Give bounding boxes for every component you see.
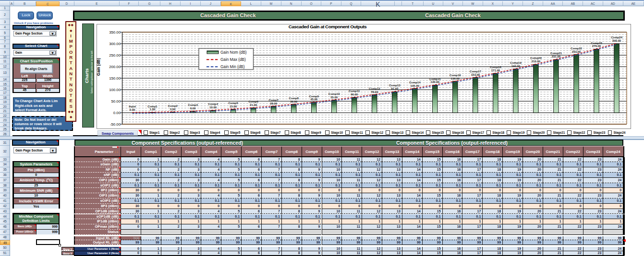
svg-text:153.00: 153.00 xyxy=(471,73,480,76)
svg-text:Comp20: Comp20 xyxy=(530,57,542,59)
svg-text:171.00: 171.00 xyxy=(491,69,500,71)
svg-text:Comp5: Comp5 xyxy=(228,101,238,104)
svg-text:36.00: 36.00 xyxy=(290,100,298,103)
svg-text:150.00: 150.00 xyxy=(109,76,121,80)
svg-text:21.00: 21.00 xyxy=(250,103,257,106)
svg-text:250.00: 250.00 xyxy=(109,53,121,57)
svg-text:Comp2: Comp2 xyxy=(168,104,178,107)
svg-text:66.00: 66.00 xyxy=(351,93,358,96)
svg-text:Comp19: Comp19 xyxy=(510,61,522,64)
svg-text:Gain Nom (dB): Gain Nom (dB) xyxy=(220,50,247,54)
svg-text:Comp21: Comp21 xyxy=(550,52,562,55)
svg-text:190.00: 190.00 xyxy=(511,64,521,67)
svg-text:55.00: 55.00 xyxy=(330,95,338,98)
svg-text:105.00: 105.00 xyxy=(411,84,420,87)
svg-text:Comp8: Comp8 xyxy=(289,96,299,99)
svg-text:Cascaded Gain at Component Out: Cascaded Gain at Component Outputs xyxy=(289,24,367,29)
svg-text:Comp17: Comp17 xyxy=(470,70,481,72)
svg-text:10.00: 10.00 xyxy=(209,106,217,109)
svg-text:210.00: 210.00 xyxy=(532,60,541,63)
svg-text:1.00: 1.00 xyxy=(150,108,156,111)
svg-text:Comp11: Comp11 xyxy=(349,90,360,93)
svg-text:200.00: 200.00 xyxy=(109,64,121,69)
svg-text:28.00: 28.00 xyxy=(270,102,278,105)
svg-text:Comp23: Comp23 xyxy=(591,41,602,44)
svg-text:100.00: 100.00 xyxy=(109,87,121,92)
svg-text:45.00: 45.00 xyxy=(310,98,318,101)
svg-text:0.00: 0.00 xyxy=(113,110,121,115)
svg-text:Gain Max (dB): Gain Max (dB) xyxy=(220,57,246,61)
svg-text:3.00: 3.00 xyxy=(170,107,176,110)
svg-text:Gain Min (dB): Gain Min (dB) xyxy=(220,64,245,69)
svg-text:Gain (dB): Gain (dB) xyxy=(97,58,101,75)
svg-text:231.00: 231.00 xyxy=(552,55,561,58)
svg-text:Comp12: Comp12 xyxy=(369,87,380,90)
svg-text:Comp6: Comp6 xyxy=(248,100,258,103)
svg-text:Comp4: Comp4 xyxy=(208,103,218,105)
svg-text:Comp10: Comp10 xyxy=(328,92,340,95)
svg-text:-50.00: -50.00 xyxy=(110,122,121,126)
svg-text:Comp9: Comp9 xyxy=(309,94,319,97)
svg-text:Comp18: Comp18 xyxy=(490,66,501,69)
svg-text:6.00: 6.00 xyxy=(190,107,196,110)
svg-text:Input: Input xyxy=(129,105,136,108)
svg-text:Comp22: Comp22 xyxy=(571,47,582,49)
svg-text:350.00: 350.00 xyxy=(109,30,121,34)
svg-text:Comp3: Comp3 xyxy=(188,104,198,106)
svg-text:276.00: 276.00 xyxy=(592,45,601,47)
svg-text:91.00: 91.00 xyxy=(391,87,399,90)
svg-text:Comp1: Comp1 xyxy=(147,105,158,107)
svg-text:Comp7: Comp7 xyxy=(269,98,279,101)
svg-text:0.00: 0.00 xyxy=(130,108,135,111)
svg-text:136.00: 136.00 xyxy=(451,77,460,80)
svg-text:50.00: 50.00 xyxy=(111,99,121,103)
svg-text:78.00: 78.00 xyxy=(371,90,378,93)
svg-text:Comp13: Comp13 xyxy=(389,84,401,87)
svg-text:15.00: 15.00 xyxy=(230,105,237,107)
svg-text:Comp15: Comp15 xyxy=(429,77,441,80)
svg-text:Comp24: Comp24 xyxy=(611,36,622,39)
svg-text:Comp14: Comp14 xyxy=(409,81,421,83)
svg-text:300.00: 300.00 xyxy=(109,41,121,46)
svg-text:120.00: 120.00 xyxy=(431,81,440,83)
svg-text:Comp16: Comp16 xyxy=(450,73,461,76)
svg-text:300.00: 300.00 xyxy=(612,39,621,42)
svg-text:253.00: 253.00 xyxy=(572,50,581,53)
